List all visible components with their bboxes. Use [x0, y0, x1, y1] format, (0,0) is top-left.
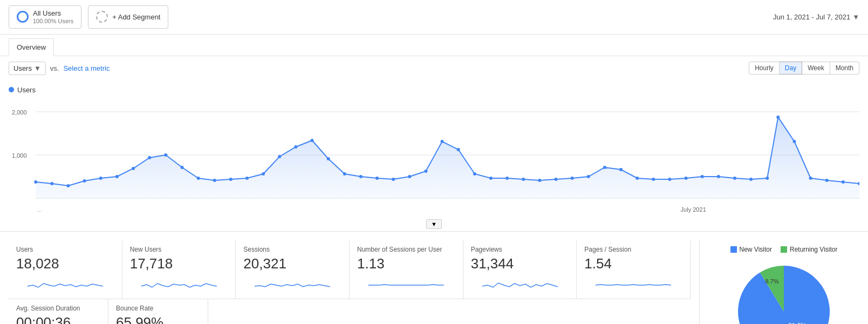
- svg-point-34: [489, 177, 493, 180]
- stats-left: Users 18,028 New Users 17,718 Sessions 2…: [9, 240, 691, 324]
- svg-point-40: [587, 175, 590, 178]
- time-btn-day[interactable]: Day: [780, 62, 802, 75]
- date-range-text: Jun 1, 2021 - Jul 7, 2021: [773, 13, 850, 21]
- svg-point-14: [164, 153, 167, 157]
- svg-point-46: [685, 177, 688, 180]
- chart-toolbar: Users ▼ vs. Select a metric Hourly Day W…: [0, 56, 868, 80]
- pie-legend-new-visitor: New Visitor: [730, 246, 772, 253]
- svg-point-29: [408, 175, 411, 178]
- svg-point-18: [229, 178, 233, 181]
- stats-section: Users 18,028 New Users 17,718 Sessions 2…: [0, 231, 868, 324]
- pie-label-returning-visitor: 8.7%: [765, 278, 778, 285]
- segment-label-text: All Users: [33, 9, 61, 17]
- tab-overview[interactable]: Overview: [9, 38, 54, 56]
- svg-point-52: [776, 116, 780, 119]
- svg-point-44: [652, 178, 655, 181]
- segment-sublabel: 100.00% Users: [33, 18, 73, 25]
- time-btn-hourly[interactable]: Hourly: [749, 62, 780, 75]
- stat-users-value: 18,028: [16, 255, 114, 272]
- stat-users-label: Users: [16, 246, 114, 253]
- chart-legend-dot-icon: [9, 87, 14, 92]
- add-segment-button[interactable]: + Add Segment: [88, 5, 168, 29]
- svg-point-22: [294, 145, 297, 148]
- stat-new-users-value: 17,718: [130, 255, 228, 272]
- svg-point-12: [132, 167, 135, 170]
- chart-legend: Users: [9, 86, 859, 94]
- stat-bounce-rate: Bounce Rate 65.99%: [108, 299, 208, 324]
- stat-sessions-per-user-value: 1.13: [357, 255, 455, 272]
- stat-new-users-label: New Users: [130, 246, 228, 253]
- svg-point-8: [66, 184, 70, 187]
- svg-point-54: [809, 177, 812, 180]
- svg-point-27: [375, 177, 379, 180]
- stats-row-1: Users 18,028 New Users 17,718 Sessions 2…: [9, 240, 691, 299]
- stat-avg-session-duration-value: 00:00:36: [16, 314, 100, 324]
- chart-container: 2,000 1,000: [9, 98, 859, 217]
- svg-point-45: [668, 178, 671, 181]
- svg-point-15: [180, 166, 183, 169]
- chart-x-label: July 2021: [681, 206, 706, 213]
- stat-sessions-per-user-sparkline: [357, 275, 455, 292]
- metric-label: Users: [13, 64, 32, 72]
- stat-avg-session-duration: Avg. Session Duration 00:00:36: [9, 299, 108, 324]
- segment-circle-icon: [17, 11, 29, 23]
- time-btn-month[interactable]: Month: [830, 62, 859, 75]
- stat-pages-per-session-label: Pages / Session: [584, 246, 682, 253]
- stat-avg-session-duration-label: Avg. Session Duration: [16, 305, 100, 312]
- stat-sessions-per-user-label: Number of Sessions per User: [357, 246, 455, 253]
- segments-container: All Users 100.00% Users + Add Segment: [9, 5, 168, 29]
- pie-legend: New Visitor Returning Visitor: [730, 246, 838, 253]
- stats-row-2: Avg. Session Duration 00:00:36 Bounce Ra…: [9, 299, 691, 324]
- stat-new-users-sparkline: [130, 275, 228, 292]
- svg-point-36: [522, 178, 525, 181]
- svg-point-50: [749, 178, 753, 181]
- stat-pages-per-session-value: 1.54: [584, 255, 682, 272]
- svg-point-55: [825, 179, 829, 182]
- add-segment-label: + Add Segment: [112, 13, 160, 21]
- svg-point-49: [733, 177, 736, 180]
- chart-expand-button[interactable]: ▼: [426, 219, 442, 229]
- stat-sessions-sparkline: [243, 275, 341, 292]
- svg-point-30: [424, 170, 427, 173]
- svg-point-17: [213, 179, 216, 182]
- svg-point-41: [603, 166, 606, 169]
- stat-sessions-label: Sessions: [243, 246, 341, 253]
- svg-point-23: [310, 139, 313, 142]
- svg-point-20: [262, 172, 265, 176]
- svg-point-6: [34, 180, 37, 184]
- svg-marker-5: [36, 117, 859, 198]
- page-header: All Users 100.00% Users + Add Segment Ju…: [0, 0, 868, 35]
- svg-point-42: [619, 168, 623, 171]
- svg-point-28: [392, 178, 395, 181]
- svg-point-21: [278, 155, 281, 158]
- metric-dropdown-arrow-icon: ▼: [34, 64, 41, 72]
- svg-point-13: [148, 156, 151, 159]
- chart-legend-label: Users: [17, 86, 36, 94]
- chart-area: Users 2,000 1,000: [0, 80, 868, 231]
- stat-new-users: New Users 17,718: [122, 240, 236, 299]
- stat-pageviews: Pageviews 31,344: [463, 240, 577, 299]
- svg-text:2,000: 2,000: [12, 109, 27, 116]
- chart-expand-row: ▼: [9, 217, 859, 231]
- add-segment-circle-icon: [96, 11, 108, 23]
- svg-point-9: [83, 179, 86, 183]
- svg-point-51: [766, 177, 769, 180]
- date-range-selector[interactable]: Jun 1, 2021 - Jul 7, 2021 ▼: [773, 13, 859, 21]
- svg-point-31: [441, 140, 444, 143]
- svg-point-38: [554, 178, 557, 181]
- time-btn-week[interactable]: Week: [802, 62, 830, 75]
- svg-text:1,000: 1,000: [12, 152, 27, 159]
- stat-bounce-rate-value: 65.99%: [116, 314, 200, 324]
- pie-legend-returning-visitor-label: Returning Visitor: [790, 246, 838, 253]
- metric-dropdown[interactable]: Users ▼: [9, 62, 46, 75]
- svg-point-24: [327, 157, 330, 160]
- stat-pageviews-label: Pageviews: [471, 246, 569, 253]
- segment-all-users[interactable]: All Users 100.00% Users: [9, 5, 81, 29]
- pie-chart-section: New Visitor Returning Visitor: [708, 240, 859, 324]
- select-metric-link[interactable]: Select a metric: [63, 64, 110, 72]
- date-range-arrow-icon: ▼: [852, 13, 859, 21]
- vs-label: vs.: [50, 64, 59, 72]
- svg-point-19: [245, 177, 249, 180]
- svg-point-33: [473, 172, 476, 176]
- svg-point-25: [343, 172, 346, 176]
